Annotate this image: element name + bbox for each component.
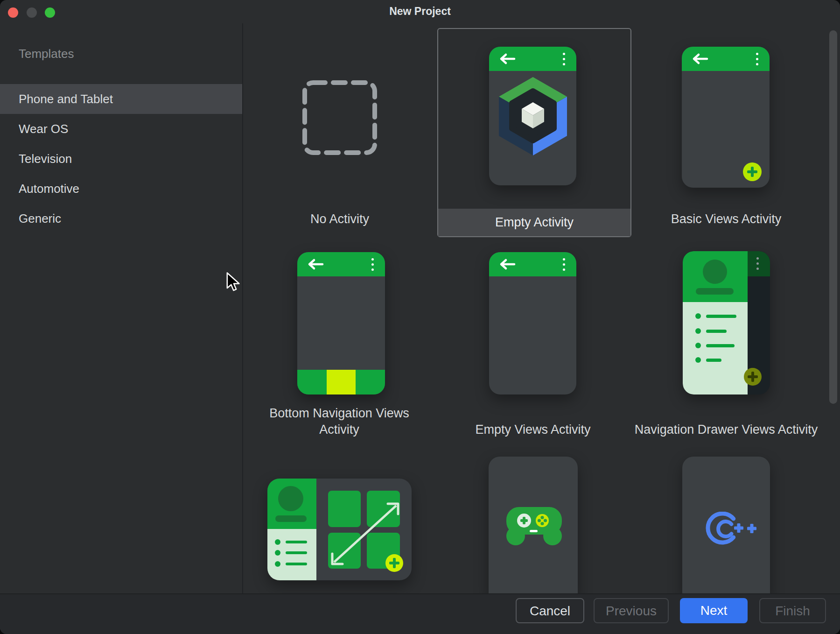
template-label: Basic Views Activity	[633, 211, 819, 227]
sidebar-item-phone-and-tablet[interactable]: Phone and Tablet	[0, 84, 243, 114]
bottom-nav-bar	[297, 370, 385, 394]
drawer-menu	[267, 529, 316, 580]
phone-mockup	[489, 47, 576, 185]
jetpack-compose-logo	[498, 76, 568, 156]
dashed-placeholder-icon	[302, 80, 377, 155]
cpp-logo	[703, 512, 759, 548]
sidebar-item-generic[interactable]: Generic	[0, 204, 243, 233]
next-button[interactable]: Next	[680, 598, 748, 623]
previous-button[interactable]: Previous	[594, 598, 669, 623]
back-arrow-icon	[498, 53, 516, 65]
title-bar: New Project	[0, 0, 840, 22]
vertical-scrollbar-thumb[interactable]	[829, 30, 837, 404]
kebab-menu-icon	[371, 258, 374, 271]
back-arrow-icon	[691, 53, 709, 65]
template-label: Bottom Navigation Views Activity	[260, 405, 419, 438]
template-label: Empty Views Activity	[440, 422, 626, 438]
app-bar	[297, 252, 385, 276]
sidebar-item-television[interactable]: Television	[0, 144, 243, 174]
window-title: New Project	[0, 5, 840, 18]
mouse-cursor-icon	[226, 272, 242, 293]
drawer-menu	[683, 302, 748, 394]
game-controller-icon	[503, 503, 566, 548]
drawer-header	[267, 479, 316, 529]
avatar	[278, 486, 303, 511]
name-placeholder	[696, 288, 734, 295]
cancel-button[interactable]: Cancel	[516, 598, 584, 623]
nav-drawer	[683, 251, 748, 394]
fab-plus-icon	[743, 162, 762, 181]
finish-button[interactable]: Finish	[759, 598, 826, 623]
templates-heading: Templates	[19, 47, 74, 61]
back-arrow-icon	[498, 258, 516, 270]
new-project-dialog: New Project Templates Phone and Tablet W…	[0, 0, 840, 634]
phone-mockup	[683, 251, 770, 394]
sidebar-item-wear-os[interactable]: Wear OS	[0, 114, 243, 144]
sidebar-item-automotive[interactable]: Automotive	[0, 174, 243, 204]
sidebar-divider	[242, 23, 243, 593]
back-arrow-icon	[307, 258, 324, 270]
kebab-menu-icon	[756, 53, 758, 65]
app-bar	[682, 47, 770, 71]
name-placeholder	[275, 515, 307, 522]
template-card-tablet-grid[interactable]	[267, 479, 412, 580]
fab-plus-icon	[385, 554, 403, 572]
app-bar	[489, 47, 576, 71]
kebab-menu-icon	[563, 53, 565, 65]
nav-drawer	[267, 479, 316, 580]
fab-plus-icon-dimmed	[744, 368, 762, 386]
phone-mockup	[682, 457, 770, 594]
phone-mockup	[489, 457, 578, 594]
drawer-header	[683, 251, 748, 302]
template-label-selected: Empty Activity	[438, 209, 630, 236]
phone-mockup	[682, 47, 770, 188]
phone-mockup	[489, 252, 576, 394]
kebab-menu-icon	[756, 257, 759, 270]
kebab-menu-icon	[563, 258, 565, 271]
phone-mockup	[297, 252, 385, 394]
template-label: No Activity	[246, 211, 433, 227]
app-bar	[489, 252, 576, 276]
avatar	[703, 260, 727, 284]
template-label: Navigation Drawer Views Activity	[623, 422, 829, 438]
